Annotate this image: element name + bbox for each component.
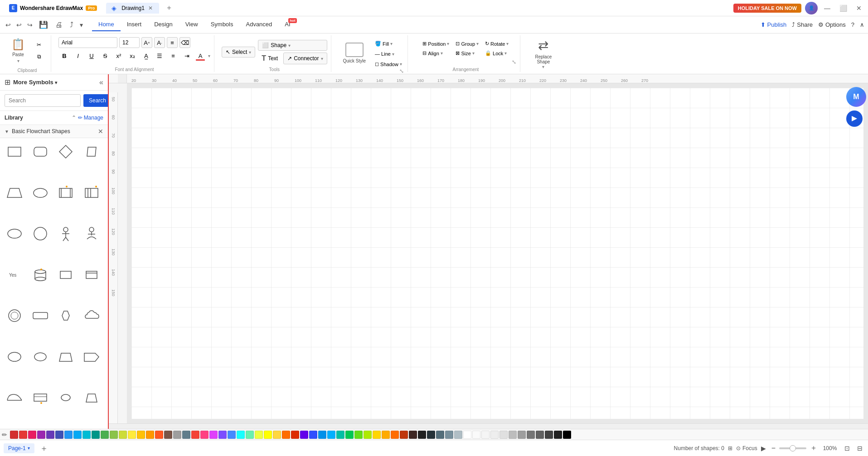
select-dropdown[interactable]: ▾ (249, 50, 251, 55)
doc-tab[interactable]: ◈ Drawing1 ✕ (106, 3, 159, 14)
replace-shape-dropdown[interactable]: ▾ (542, 64, 544, 69)
shape-rect-sm2[interactable] (81, 264, 102, 286)
color-swatch[interactable] (490, 431, 499, 439)
color-swatch[interactable] (536, 431, 544, 439)
color-swatch[interactable] (518, 431, 526, 439)
list-btn[interactable]: ☰ (154, 50, 165, 62)
shadow-dropdown[interactable]: ▾ (400, 62, 402, 67)
search-input[interactable] (5, 94, 81, 107)
color-swatch[interactable] (499, 431, 508, 439)
shape-oval3[interactable] (29, 346, 51, 368)
shape-trapezoid2[interactable] (55, 346, 77, 368)
color-swatch[interactable] (264, 431, 272, 439)
shape-hexagon[interactable] (55, 305, 77, 326)
color-swatch[interactable] (391, 431, 399, 439)
shape-parallelogram[interactable] (81, 141, 102, 163)
save-btn[interactable]: 💾 (36, 19, 51, 30)
category-arrow[interactable]: ▼ (5, 129, 9, 134)
shape-rect-sm[interactable] (55, 264, 77, 286)
align-dropdown[interactable]: ▾ (441, 51, 443, 56)
fill-dropdown[interactable]: ▾ (390, 41, 393, 46)
page-tab-dropdown[interactable]: ▾ (28, 446, 30, 451)
tab-symbols[interactable]: Symbols (204, 18, 240, 31)
color-swatch[interactable] (237, 431, 245, 439)
restore-btn[interactable]: ⬜ (837, 5, 850, 12)
font-grow-btn[interactable]: A+ (141, 37, 152, 48)
share-btn[interactable]: ⤴ Share (792, 21, 813, 28)
group-dropdown[interactable]: ▾ (476, 41, 479, 46)
rotate-dropdown[interactable]: ▾ (506, 41, 509, 46)
position-btn[interactable]: ⊞ Position ▾ (421, 40, 451, 48)
paste-dropdown[interactable]: ▾ (17, 58, 19, 63)
color-swatch[interactable] (282, 431, 290, 439)
color-swatch[interactable] (409, 431, 417, 439)
help-btn[interactable]: ? (851, 21, 854, 28)
lock-dropdown[interactable]: ▾ (504, 51, 507, 56)
collapse-ribbon-btn[interactable]: ∧ (860, 21, 864, 28)
color-swatch[interactable] (291, 431, 299, 439)
font-shrink-btn[interactable]: A- (154, 37, 165, 48)
color-swatch[interactable] (563, 431, 571, 439)
fit-page-btn[interactable]: ⊡ (843, 445, 852, 452)
color-swatch[interactable] (55, 431, 63, 439)
color-swatch[interactable] (209, 431, 218, 439)
shape-arrow-right[interactable] (81, 346, 102, 368)
shape-partial[interactable] (4, 387, 25, 408)
library-collapse-icon[interactable]: ⌃ (72, 115, 76, 121)
shape-subproc[interactable] (55, 182, 77, 204)
color-swatch[interactable] (454, 431, 462, 439)
publish-btn[interactable]: ⬆ Publish (761, 21, 787, 28)
export-btn[interactable]: ⤴ (67, 20, 76, 30)
zoom-plus-btn[interactable]: ＋ (808, 443, 819, 453)
color-swatch[interactable] (64, 431, 73, 439)
shape-oval-flat[interactable] (29, 182, 51, 204)
shape-tool-btn[interactable]: ⬜ Shape ▾ (258, 40, 327, 51)
color-swatch[interactable] (137, 431, 145, 439)
replace-shape-btn[interactable]: ⇄ Replace Shape ▾ (528, 35, 559, 72)
ai-assistant-btn[interactable]: M (846, 87, 866, 107)
palette-edit-icon[interactable]: ✏ (2, 431, 7, 438)
fit-width-btn[interactable]: ⊟ (855, 445, 864, 452)
minimize-btn[interactable]: — (821, 5, 833, 12)
canvas-scrollbar[interactable] (109, 423, 868, 429)
clear-format-btn[interactable]: ⌫ (179, 37, 190, 48)
color-swatch[interactable] (164, 431, 172, 439)
cut-btn[interactable]: ✂ (31, 40, 47, 50)
bullet-btn[interactable]: ≡ (167, 50, 179, 62)
tab-insert[interactable]: Insert (121, 18, 148, 31)
underline-btn[interactable]: U (86, 50, 97, 62)
rotate-btn[interactable]: ↻ Rotate ▾ (483, 40, 510, 48)
page-1-tab[interactable]: Page-1 ▾ (4, 443, 34, 453)
color-swatch[interactable] (128, 431, 136, 439)
shape-person[interactable] (55, 223, 77, 245)
tab-advanced[interactable]: Advanced (239, 18, 278, 31)
line-dropdown[interactable]: ▾ (392, 52, 394, 57)
shape-cylinder[interactable] (29, 264, 51, 286)
user-avatar[interactable]: 👤 (805, 2, 818, 14)
superscript-btn[interactable]: x² (113, 50, 125, 62)
zoom-minus-btn[interactable]: − (770, 444, 777, 452)
color-swatch[interactable] (472, 431, 480, 439)
color-swatch[interactable] (400, 431, 408, 439)
options-btn[interactable]: ⚙ Options (818, 21, 846, 28)
blue-action-btn[interactable] (846, 110, 863, 127)
color-swatch[interactable] (19, 431, 27, 439)
tab-view[interactable]: View (179, 18, 204, 31)
color-swatch[interactable] (327, 431, 335, 439)
font-size-input[interactable] (119, 37, 140, 48)
zoom-handle[interactable] (790, 445, 796, 451)
connector-dropdown[interactable]: ▾ (321, 56, 323, 61)
shape-decision-yes[interactable]: Yes (4, 264, 25, 286)
undo-btn[interactable]: ↩ (4, 20, 13, 29)
shape-rect-wide[interactable] (29, 305, 51, 326)
tab-ai[interactable]: AIhot (278, 18, 296, 31)
italic-btn[interactable]: I (72, 50, 84, 62)
color-swatch[interactable] (427, 431, 435, 439)
new-tab-btn[interactable]: ＋ (163, 3, 175, 13)
text-align-btn[interactable]: ≡ (167, 37, 178, 48)
more-btn[interactable]: ▾ (78, 20, 85, 29)
color-swatch[interactable] (73, 431, 82, 439)
color-swatch[interactable] (545, 431, 553, 439)
color-swatch[interactable] (246, 431, 254, 439)
quick-style-btn[interactable]: Quick Style (339, 40, 371, 66)
